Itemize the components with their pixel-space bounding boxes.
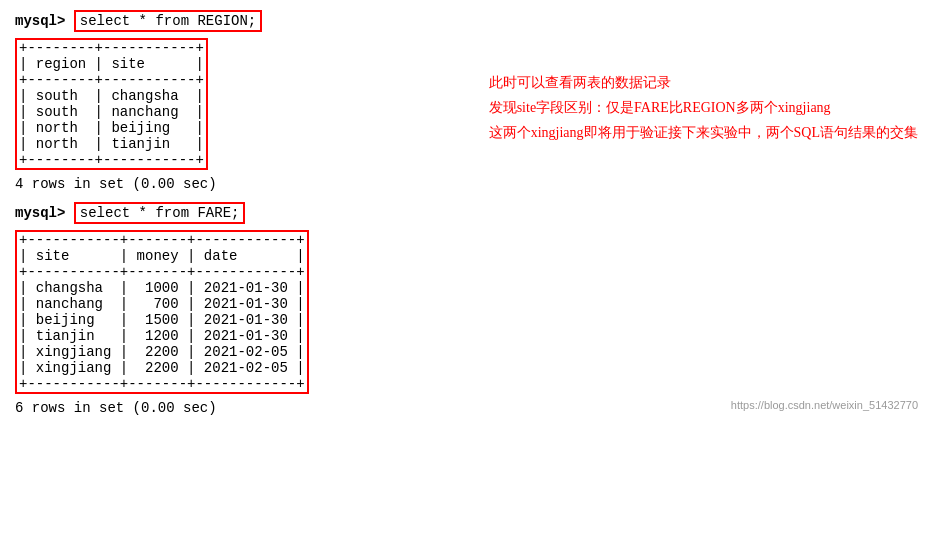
fare-row-2: | nanchang | 700 | 2021-01-30 | — [17, 296, 307, 312]
annotation-line-3: 这两个xingjiang即将用于验证接下来实验中，两个SQL语句结果的交集 — [489, 120, 918, 145]
region-result: 4 rows in set (0.00 sec) — [15, 176, 928, 192]
fare-row-6: | xingjiang | 2200 | 2021-02-05 | — [17, 360, 307, 376]
annotation-block: 此时可以查看两表的数据记录 发现site字段区别：仅是FARE比REGION多两… — [489, 70, 918, 146]
terminal-window: mysql> select * from REGION; +--------+-… — [15, 10, 928, 416]
fare-border-top: +-----------+-------+------------+ — [17, 232, 307, 248]
fare-border-bot: +-----------+-------+------------+ — [17, 376, 307, 392]
fare-row-3: | beijing | 1500 | 2021-01-30 | — [17, 312, 307, 328]
region-row-2: | south | nanchang | — [17, 104, 206, 120]
fare-row-1: | changsha | 1000 | 2021-01-30 | — [17, 280, 307, 296]
fare-border-mid: +-----------+-------+------------+ — [17, 264, 307, 280]
region-row-4: | north | tianjin | — [17, 136, 206, 152]
prompt-line-1: mysql> select * from REGION; — [15, 10, 928, 32]
region-border-top: +--------+-----------+ — [17, 40, 206, 56]
region-table: +--------+-----------+ | region | site |… — [15, 38, 208, 170]
mysql-prompt-2: mysql> — [15, 205, 74, 221]
fare-header: | site | money | date | — [17, 248, 307, 264]
annotation-line-2: 发现site字段区别：仅是FARE比REGION多两个xingjiang — [489, 95, 918, 120]
fare-table: +-----------+-------+------------+ | sit… — [15, 230, 309, 394]
sql-command-1: select * from REGION; — [74, 10, 262, 32]
region-row-1: | south | changsha | — [17, 88, 206, 104]
fare-section: mysql> select * from FARE; +-----------+… — [15, 202, 928, 416]
fare-row-4: | tianjin | 1200 | 2021-01-30 | — [17, 328, 307, 344]
prompt-line-2: mysql> select * from FARE; — [15, 202, 928, 224]
annotation-line-1: 此时可以查看两表的数据记录 — [489, 70, 918, 95]
region-header: | region | site | — [17, 56, 206, 72]
region-row-3: | north | beijing | — [17, 120, 206, 136]
region-border-mid: +--------+-----------+ — [17, 72, 206, 88]
fare-row-5: | xingjiang | 2200 | 2021-02-05 | — [17, 344, 307, 360]
region-border-bot: +--------+-----------+ — [17, 152, 206, 168]
sql-command-2: select * from FARE; — [74, 202, 246, 224]
mysql-prompt-1: mysql> — [15, 13, 74, 29]
footer-link: https://blog.csdn.net/weixin_51432770 — [731, 399, 918, 411]
